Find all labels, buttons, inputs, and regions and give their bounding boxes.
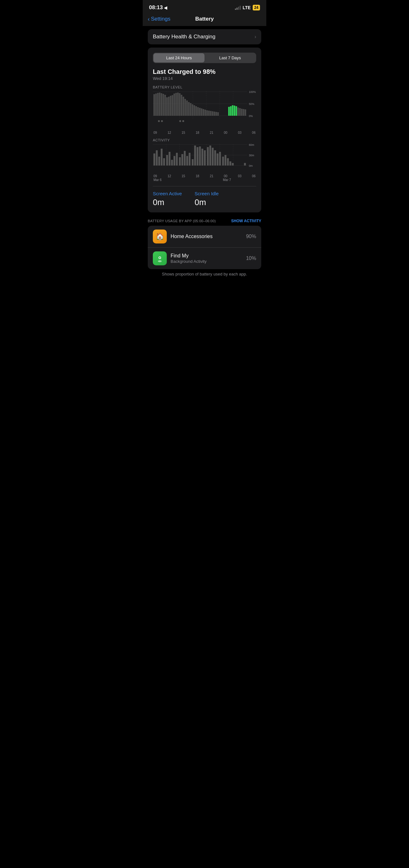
- svg-rect-88: [196, 147, 198, 165]
- svg-point-60: [179, 120, 181, 122]
- activity-chart-wrapper: 60m 30m 0m: [153, 144, 256, 174]
- svg-rect-17: [168, 97, 169, 116]
- svg-rect-74: [161, 149, 163, 165]
- signal-bar-4: [240, 6, 241, 10]
- segment-7d[interactable]: Last 7 Days: [204, 53, 256, 62]
- home-accessories-info: Home Accessories: [170, 234, 242, 239]
- back-label: Settings: [151, 16, 170, 22]
- svg-rect-18: [170, 96, 171, 116]
- svg-rect-46: [230, 106, 232, 116]
- time-display: 08:13: [149, 4, 163, 11]
- svg-rect-51: [239, 108, 241, 116]
- svg-rect-25: [183, 97, 184, 116]
- svg-rect-86: [192, 159, 194, 165]
- battery-health-row[interactable]: Battery Health & Charging ›: [148, 29, 261, 44]
- svg-rect-80: [176, 153, 178, 165]
- svg-rect-26: [185, 99, 186, 116]
- screen-active-value: 0m: [153, 197, 182, 207]
- svg-rect-28: [188, 102, 190, 116]
- time-00: 00: [224, 131, 227, 134]
- svg-rect-22: [177, 93, 179, 116]
- battery-level-chart-wrapper: 100% 50% 0%: [153, 91, 256, 130]
- svg-rect-40: [210, 111, 212, 116]
- battery-indicator: 24: [253, 5, 260, 10]
- screen-idle-value: 0m: [195, 197, 219, 207]
- svg-rect-84: [186, 156, 188, 165]
- svg-rect-9: [153, 94, 155, 116]
- svg-rect-90: [201, 149, 203, 165]
- svg-rect-95: [214, 150, 216, 165]
- status-time: 08:13 ◀: [149, 4, 167, 11]
- svg-rect-30: [192, 104, 193, 116]
- svg-rect-97: [219, 152, 221, 165]
- svg-text:30m: 30m: [249, 154, 254, 157]
- back-button[interactable]: ‹ Settings: [148, 16, 170, 23]
- svg-rect-45: [228, 107, 230, 116]
- svg-point-109: [159, 257, 160, 258]
- location-icon: ◀: [164, 5, 167, 10]
- svg-point-59: [161, 120, 163, 122]
- app-row-findmy[interactable]: Find My Background Activity 10%: [148, 248, 261, 269]
- show-activity-button[interactable]: SHOW ACTIVITY: [231, 219, 261, 223]
- svg-rect-96: [217, 153, 218, 165]
- svg-rect-50: [238, 107, 239, 116]
- svg-rect-85: [189, 153, 191, 165]
- svg-text:50%: 50%: [249, 102, 254, 105]
- battery-level-label: BATTERY LEVEL: [153, 85, 256, 89]
- time-06: 06: [252, 131, 256, 134]
- back-chevron-icon: ‹: [148, 16, 150, 23]
- activity-chart: 60m 30m 0m: [153, 144, 256, 173]
- svg-rect-91: [204, 150, 206, 165]
- findmy-subtitle: Background Activity: [170, 259, 242, 264]
- svg-rect-38: [207, 110, 208, 116]
- date-axis: Mar 6 Mar 7: [153, 178, 256, 182]
- svg-text:0m: 0m: [249, 164, 253, 167]
- signal-bars: [235, 5, 241, 10]
- status-bar: 08:13 ◀ LTE 24: [143, 0, 266, 13]
- time-09: 09: [153, 131, 157, 134]
- svg-point-61: [182, 120, 184, 122]
- signal-bar-3: [238, 7, 239, 10]
- lte-label: LTE: [243, 5, 250, 10]
- svg-rect-92: [207, 147, 209, 165]
- main-content: Battery Health & Charging › Last 24 Hour…: [143, 29, 266, 288]
- screen-active-label: Screen Active: [153, 191, 182, 196]
- svg-point-58: [158, 120, 160, 122]
- svg-rect-83: [184, 151, 186, 165]
- svg-rect-75: [163, 158, 165, 165]
- status-right: LTE 24: [235, 5, 260, 10]
- svg-rect-35: [201, 108, 202, 116]
- screen-idle-label: Screen Idle: [195, 191, 219, 196]
- segment-control[interactable]: Last 24 Hours Last 7 Days: [153, 53, 256, 63]
- time-15: 15: [182, 131, 185, 134]
- last-charged-title: Last Charged to 98%: [153, 68, 256, 75]
- findmy-info: Find My Background Activity: [170, 253, 242, 264]
- activity-summary: Screen Active 0m Screen Idle 0m: [153, 186, 256, 207]
- svg-rect-49: [235, 106, 237, 116]
- svg-rect-32: [195, 106, 197, 116]
- svg-rect-37: [204, 110, 206, 116]
- app-list: 🏠 Home Accessories 90% Find My Backgroun…: [148, 226, 261, 269]
- svg-rect-52: [241, 109, 243, 116]
- svg-rect-11: [157, 93, 159, 116]
- usage-header-label: BATTERY USAGE BY APP (05:00–06:00): [148, 219, 216, 223]
- svg-rect-41: [212, 111, 213, 116]
- battery-health-label: Battery Health & Charging: [153, 34, 216, 40]
- activity-label: ACTIVITY: [153, 138, 256, 142]
- app-row-home-accessories[interactable]: 🏠 Home Accessories 90%: [148, 226, 261, 248]
- svg-rect-13: [161, 93, 162, 116]
- battery-stats-card: Last 24 Hours Last 7 Days Last Charged t…: [148, 48, 261, 212]
- svg-rect-81: [179, 157, 181, 165]
- nav-bar: ‹ Settings Battery: [143, 13, 266, 26]
- time-18: 18: [196, 131, 199, 134]
- svg-rect-103: [244, 163, 246, 165]
- svg-rect-100: [227, 158, 229, 165]
- segment-24h[interactable]: Last 24 Hours: [153, 53, 204, 62]
- battery-level-section: BATTERY LEVEL: [153, 85, 256, 134]
- svg-rect-43: [216, 112, 217, 116]
- last-charged-time: Wed 19:14: [153, 76, 256, 81]
- svg-rect-73: [158, 157, 160, 165]
- last-charged-info: Last Charged to 98% Wed 19:14: [153, 68, 256, 81]
- time-12: 12: [167, 131, 171, 134]
- findmy-name: Find My: [170, 253, 242, 259]
